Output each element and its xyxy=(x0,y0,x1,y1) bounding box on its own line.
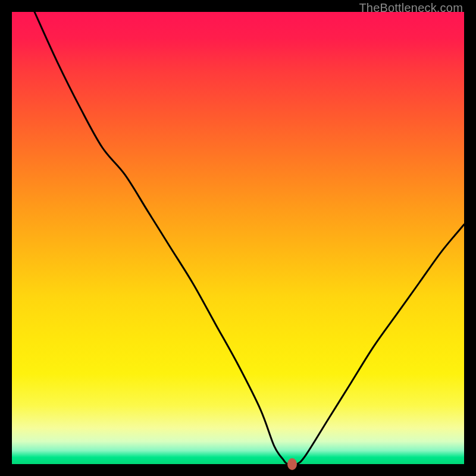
chart-frame: TheBottleneck.com xyxy=(0,0,476,476)
plot-area xyxy=(12,12,464,464)
optimal-point-marker xyxy=(287,458,297,470)
bottleneck-curve xyxy=(12,12,464,464)
